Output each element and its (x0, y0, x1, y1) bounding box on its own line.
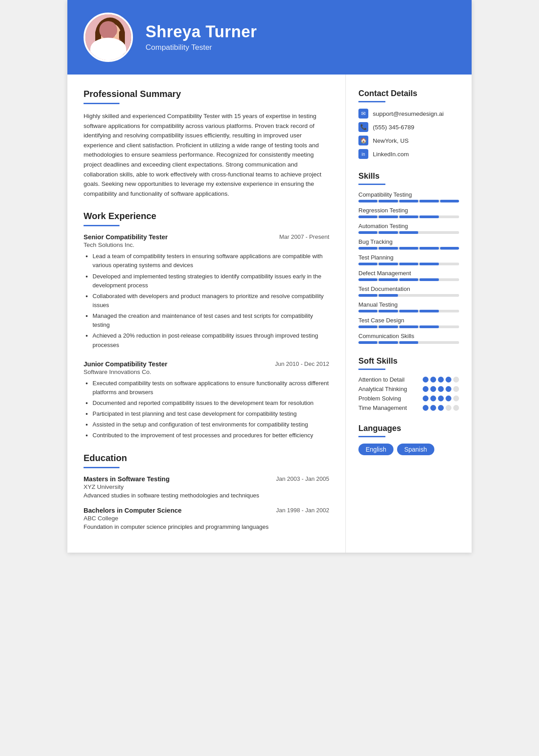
soft-skill-dot (430, 386, 436, 392)
body-section: Professional Summary Highly skilled and … (67, 75, 472, 553)
skill-segment (379, 231, 398, 234)
skill-segment (420, 294, 438, 297)
skill-name: Compatibility Testing (358, 191, 459, 198)
job-item: Junior Compatibility Tester Jun 2010 - D… (84, 360, 329, 440)
summary-underline (84, 103, 119, 104)
skill-segment (440, 200, 459, 202)
job-bullet: Executed compatibility tests on software… (93, 379, 329, 397)
svg-point-10 (100, 38, 105, 42)
work-underline (84, 225, 119, 226)
skill-name: Communication Skills (358, 333, 459, 339)
svg-point-8 (114, 33, 116, 35)
contact-text: NewYork, US (373, 137, 409, 144)
job-header: Junior Compatibility Tester Jun 2010 - D… (84, 360, 329, 368)
language-tag: Spanish (397, 444, 434, 455)
skill-segment (379, 215, 398, 218)
skills-underline (358, 184, 385, 185)
skill-bar (358, 247, 459, 250)
skill-item: Test Documentation (358, 286, 459, 297)
soft-skill-dot (438, 405, 444, 411)
skill-segment (358, 215, 377, 218)
soft-skill-dot (438, 377, 444, 382)
edu-date: Jan 2003 - Jan 2005 (276, 475, 329, 482)
skill-segment (399, 247, 418, 250)
soft-skill-dot (430, 396, 436, 401)
skill-bar (358, 310, 459, 312)
edu-degree: Bachelors in Computer Science (84, 507, 181, 514)
skill-segment (440, 310, 459, 312)
skill-item: Test Case Design (358, 317, 459, 328)
skill-bar (358, 325, 459, 328)
svg-point-9 (92, 53, 128, 60)
skill-segment (440, 278, 459, 281)
skills-container: Compatibility Testing Regression Testing… (358, 191, 459, 344)
skill-name: Manual Testing (358, 301, 459, 308)
candidate-name: Shreya Turner (146, 22, 257, 41)
skill-segment (399, 325, 418, 328)
soft-skill-dot (430, 405, 436, 411)
contact-text: LinkedIn.com (373, 151, 409, 158)
soft-skill-dot (446, 377, 451, 382)
skill-segment (358, 200, 377, 202)
skill-bar (358, 215, 459, 218)
job-company: Software Innovations Co. (84, 369, 329, 375)
soft-skill-dots (423, 386, 459, 392)
job-bullet: Collaborated with developers and product… (93, 292, 329, 310)
skill-segment (379, 310, 398, 312)
skill-segment (440, 325, 459, 328)
skills-section: Skills Compatibility Testing Regression … (358, 171, 459, 344)
main-column: Professional Summary Highly skilled and … (67, 75, 346, 553)
soft-skill-dot (423, 386, 429, 392)
languages-underline (358, 436, 385, 437)
skill-segment (379, 294, 398, 297)
soft-skill-name: Time Management (358, 404, 419, 411)
job-header: Senior Compatibility Tester Mar 2007 - P… (84, 233, 329, 241)
svg-rect-4 (119, 30, 125, 55)
soft-skill-dot (446, 405, 451, 411)
skill-segment (358, 325, 377, 328)
svg-point-6 (113, 32, 116, 36)
work-experience-title: Work Experience (84, 211, 329, 221)
skill-segment (420, 310, 438, 312)
skill-segment (420, 200, 438, 202)
soft-skill-dot (453, 386, 459, 392)
skill-segment (379, 247, 398, 250)
skill-bar (358, 341, 459, 344)
skill-segment (420, 325, 438, 328)
soft-skill-name: Problem Solving (358, 395, 419, 402)
skill-item: Communication Skills (358, 333, 459, 344)
soft-skill-dot (430, 377, 436, 382)
header-info: Shreya Turner Compatibility Tester (146, 22, 257, 52)
job-bullet: Contributed to the improvement of test p… (93, 431, 329, 440)
soft-skill-dots (423, 405, 459, 411)
lang-container: EnglishSpanish (358, 444, 459, 455)
job-company: Tech Solutions Inc. (84, 242, 329, 248)
edu-header: Masters in Software Testing Jan 2003 - J… (84, 475, 329, 483)
skill-segment (358, 341, 377, 344)
skill-name: Bug Tracking (358, 238, 459, 245)
work-experience-section: Work Experience Senior Compatibility Tes… (84, 211, 329, 440)
skill-item: Test Planning (358, 254, 459, 265)
skill-segment (399, 200, 418, 202)
skill-item: Automation Testing (358, 223, 459, 234)
soft-skill-name: Attention to Detail (358, 376, 419, 383)
skill-segment (379, 278, 398, 281)
soft-skill-dot (423, 377, 429, 382)
skill-bar (358, 278, 459, 281)
job-title: Junior Compatibility Tester (84, 360, 168, 368)
skill-segment (440, 247, 459, 250)
edu-header: Bachelors in Computer Science Jan 1998 -… (84, 507, 329, 514)
skill-segment (379, 200, 398, 202)
edu-container: Masters in Software Testing Jan 2003 - J… (84, 475, 329, 530)
skill-segment (399, 278, 418, 281)
contact-item: in LinkedIn.com (358, 149, 459, 159)
skill-bar (358, 294, 459, 297)
skill-name: Test Documentation (358, 286, 459, 292)
education-title: Education (84, 453, 329, 463)
edu-school: ABC College (84, 515, 329, 522)
edu-date: Jan 1998 - Jan 2002 (276, 507, 329, 514)
job-bullets: Executed compatibility tests on software… (84, 379, 329, 440)
contact-item: 📞 (555) 345-6789 (358, 122, 459, 132)
skill-bar (358, 200, 459, 202)
contact-icon: in (358, 149, 368, 159)
